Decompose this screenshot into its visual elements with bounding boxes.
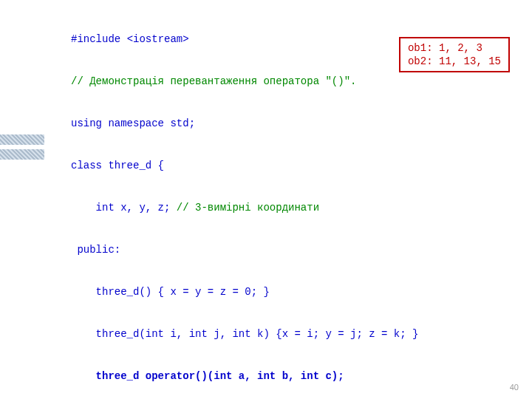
code-block: #include <iostream> // Демонстрація пере… (71, 4, 437, 399)
code-text: three_d() { x = y = z = 0; } (71, 285, 437, 299)
code-text: three_d(int i, int j, int k) {x = i; y =… (71, 327, 437, 341)
code-text: <iostream> (127, 33, 189, 45)
page-number: 40 (510, 383, 519, 392)
code-text: #include (71, 33, 127, 45)
code-comment: // 3-вимірні координати (177, 202, 319, 214)
code-text: class three_d { (71, 159, 437, 173)
decorative-stripe (0, 149, 44, 160)
decorative-stripe (0, 134, 44, 145)
slide: #include <iostream> // Демонстрація пере… (0, 0, 532, 399)
output-box: ob1: 1, 2, 3 ob2: 11, 13, 15 (399, 37, 510, 72)
output-line: ob1: 1, 2, 3 (408, 42, 482, 54)
code-text: public: (71, 243, 437, 257)
code-text: three_d operator()(int a, int b, int c); (71, 369, 437, 383)
code-text: int x, y, z; (71, 202, 177, 214)
code-comment: // Демонстрація перевантаження оператора… (71, 75, 437, 89)
code-text: using namespace std; (71, 117, 437, 131)
output-line: ob2: 11, 13, 15 (408, 55, 501, 67)
